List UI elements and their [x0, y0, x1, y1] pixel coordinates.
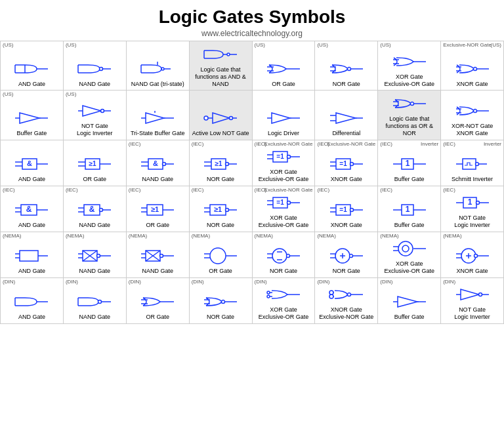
grid-cell-r0-c2: NAND Gat (tri-state): [127, 41, 190, 91]
svg-point-54: [410, 102, 413, 106]
grid-cell-r1-c0: (US)Buffer Gate: [1, 91, 64, 140]
grid-cell-r3-c4: (IEC)Exclusive-NOR Gate=1XOR GateExclusi…: [253, 186, 316, 232]
cell-label: NAND Gate: [79, 222, 111, 229]
grid-cell-r3-c7: (IEC)1NOT GateLogic Inverter: [441, 186, 504, 232]
svg-point-191: [474, 254, 477, 257]
cell-tag: (US): [317, 43, 327, 48]
cell-tag-top: Inverter: [421, 142, 438, 147]
gate-symbol-active_low_not: [201, 108, 240, 129]
gate-symbol-iec_nor: ≥1: [201, 153, 240, 174]
svg-text:&: &: [153, 159, 158, 167]
grid-cell-r4-c6: (NEMA)XOR GateExclusive-OR Gate: [378, 232, 441, 278]
cell-label: Logic Driver: [268, 130, 299, 137]
cell-label: AND Gate: [18, 222, 45, 229]
svg-point-184: [402, 245, 409, 252]
grid-cell-r5-c6: (DIN)Buffer Gate: [378, 278, 441, 324]
svg-point-45: [230, 116, 233, 119]
svg-point-85: [287, 155, 290, 159]
grid-cell-r2-c1: ≥1OR Gate: [64, 140, 127, 186]
cell-tag: (IEC): [443, 188, 455, 193]
grid-cell-r4-c5: (NEMA)NOR Gate: [315, 232, 378, 278]
gate-symbol-schmitt: [453, 153, 492, 174]
gate-symbol-nema_and: [12, 245, 51, 266]
gate-symbol-iec_or2: ≥1: [138, 199, 177, 220]
grid-cell-r4-c7: (NEMA)XNOR Gate: [441, 232, 504, 278]
cell-label: XNOR Gate: [457, 268, 488, 275]
cell-tag: (IEC): [380, 188, 392, 193]
cell-label: NAND Gate: [142, 268, 173, 275]
svg-text:=1: =1: [339, 160, 347, 167]
svg-point-43: [204, 116, 208, 120]
grid-cell-r5-c0: (DIN)AND Gate: [1, 278, 64, 324]
grid-cell-r5-c7: (DIN)NOT GateLogic Inverter: [441, 278, 504, 324]
svg-point-121: [226, 208, 229, 211]
svg-point-177: [349, 254, 352, 257]
svg-text:=1: =1: [339, 206, 347, 213]
gate-symbol-din_or: [138, 291, 177, 312]
svg-point-142: [476, 201, 479, 205]
cell-label: Buffer Gate: [394, 222, 425, 229]
grid-cell-r1-c4: Logic Driver: [253, 91, 316, 140]
grid-cell-r2-c6: (IEC)Inverter1Buffer Gate: [378, 140, 441, 186]
cell-tag-top: Exclusive-NOR Gate: [264, 188, 313, 193]
cell-label: XNOR Gate: [457, 81, 488, 88]
cell-label: NAND Gate: [142, 176, 173, 183]
cell-tag: (DIN): [192, 279, 204, 285]
grid-cell-r5-c4: (DIN)XOR GateExclusive-OR Gate: [253, 278, 316, 324]
grid-cell-r4-c2: (NEMA)NAND Gate: [127, 232, 190, 278]
cell-label: NOR Gate: [333, 81, 360, 88]
svg-point-127: [287, 201, 290, 205]
cell-label: NAND Gate: [79, 268, 111, 275]
cell-tag: (NEMA): [380, 234, 398, 239]
cell-label: XOR GateExclusive-OR Gate: [384, 73, 434, 88]
gate-symbol-iec_buf2: 1: [390, 199, 429, 220]
svg-point-7: [100, 67, 103, 70]
svg-point-207: [222, 300, 225, 303]
grid-cell-r4-c0: (NEMA)AND Gate: [1, 232, 64, 278]
gate-symbol-xnor_us: [453, 58, 492, 79]
grid-cell-r1-c7: XOR-NOT GateXNOR Gate: [441, 91, 504, 140]
cell-label: AND Gate: [18, 176, 45, 183]
cell-tag: (US): [66, 43, 76, 48]
gate-symbol-xor_us: [390, 51, 429, 72]
grid-cell-r3-c5: (IEC)=1XNOR Gate: [315, 186, 378, 232]
cell-label: AND Gate: [18, 314, 45, 321]
page-header: Logic Gates Symbols www.electricaltechno…: [0, 0, 504, 41]
cell-label: NOT GateLogic Inverter: [454, 306, 490, 321]
cell-label: OR Gate: [272, 81, 295, 88]
gate-symbol-nema_nor: [264, 245, 303, 266]
cell-tag: (IEC): [66, 188, 78, 193]
svg-point-19: [227, 53, 230, 56]
cell-label: AND Gate: [18, 81, 45, 88]
cell-tag: (IEC): [192, 188, 204, 193]
gate-symbol-or_us: [264, 58, 303, 79]
grid-cell-r4-c4: (NEMA)NOR Gate: [253, 232, 316, 278]
svg-text:=1: =1: [276, 199, 284, 206]
gate-symbol-nor_us: [327, 58, 366, 79]
svg-point-223: [478, 293, 482, 296]
svg-point-91: [350, 162, 353, 165]
grid-cell-r0-c4: (US)OR Gate: [253, 41, 316, 91]
gate-symbol-iec_and: &: [12, 153, 51, 174]
svg-point-218: [347, 293, 350, 296]
cell-tag: (DIN): [317, 279, 329, 285]
gate-symbol-nema_xnor: [453, 245, 492, 266]
gate-symbol-nema_xor: [390, 238, 429, 259]
gate-symbol-logic_and_nand: [201, 44, 240, 65]
grid-cell-r0-c3: Logic Gate that functions as AND & NAND: [190, 41, 253, 91]
gate-symbol-iec_nand: &: [138, 153, 177, 174]
cell-tag: (US): [380, 43, 390, 48]
cell-tag: (IEC): [129, 142, 141, 147]
cell-tag: (US): [255, 43, 265, 48]
svg-point-212: [267, 295, 270, 298]
gate-symbol-nema_or: [201, 245, 240, 266]
page-title: Logic Gates Symbols: [0, 7, 504, 28]
cell-tag: (DIN): [66, 279, 78, 285]
cell-tag: (DIN): [443, 279, 455, 285]
grid-cell-r3-c6: (IEC)1Buffer Gate: [378, 186, 441, 232]
cell-label: OR Gate: [146, 222, 169, 229]
cell-tag: (NEMA): [192, 234, 210, 239]
gate-symbol-iec_and2: &: [12, 199, 51, 220]
cell-tag-top: Exclusive-NOR Gate: [264, 142, 313, 147]
grid-cell-r1-c1: (US)NOT GateLogic Inverter: [64, 91, 127, 140]
